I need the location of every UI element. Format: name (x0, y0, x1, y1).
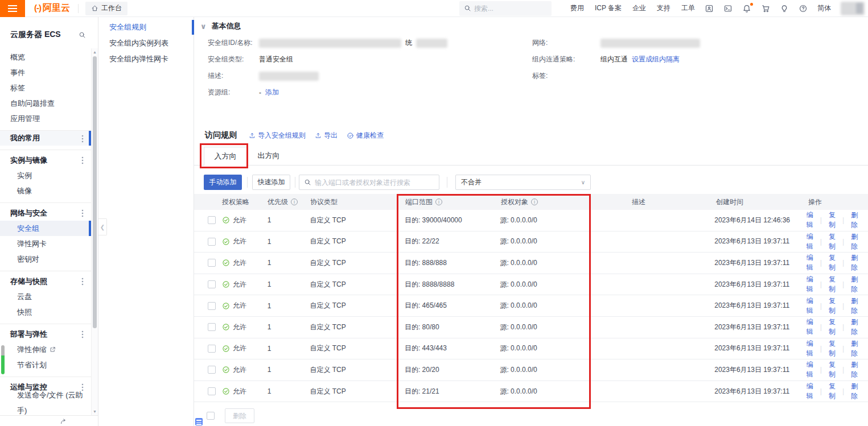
info-icon[interactable]: i (531, 198, 538, 205)
scroll-down-icon[interactable]: ▼ (92, 410, 98, 413)
rule-search-box[interactable] (299, 175, 439, 190)
scrollbar-thumb[interactable] (93, 56, 97, 328)
footer-checkbox[interactable] (207, 412, 215, 420)
sidebar-section-title[interactable]: 网络与安全 (0, 205, 92, 221)
more-dots-icon[interactable] (81, 209, 84, 217)
row-action-link[interactable]: 复制 (829, 339, 836, 358)
sidebar-section-title[interactable]: 部署与弹性 (0, 326, 92, 342)
aliyun-logo[interactable]: (-) 阿里云 (34, 2, 70, 14)
merge-select[interactable]: 不合并 ∨ (455, 175, 591, 190)
doc-widget-icon[interactable] (195, 418, 203, 425)
header-menu-item[interactable]: 工单 (681, 3, 695, 13)
tab-inbound[interactable]: 入方向 (204, 147, 247, 166)
sidebar-item[interactable]: 事件 (0, 65, 92, 80)
subnav-item[interactable]: 安全组内弹性网卡 (98, 51, 194, 67)
app-center-icon[interactable] (705, 4, 714, 13)
header-menu-item[interactable]: 支持 (657, 3, 670, 13)
row-action-link[interactable]: 编辑 (807, 360, 813, 379)
terminal-icon[interactable] (723, 4, 733, 13)
scroll-up-icon[interactable]: ▲ (92, 50, 98, 54)
batch-delete-button[interactable]: 删除 (225, 408, 254, 423)
row-checkbox[interactable] (208, 259, 216, 267)
cart-icon[interactable] (761, 4, 770, 13)
sidebar-item[interactable]: 概览 (0, 49, 92, 65)
manual-add-button[interactable]: 手动添加 (204, 175, 242, 190)
row-action-link[interactable]: 编辑 (807, 253, 813, 272)
row-action-link[interactable]: 复制 (829, 296, 836, 316)
subnav-item[interactable]: 安全组内实例列表 (98, 35, 194, 51)
quick-add-button[interactable]: 快速添加 (252, 175, 290, 190)
field-action-link[interactable]: 添加 (265, 88, 279, 97)
more-dots-icon[interactable] (81, 156, 84, 164)
sidebar-search-icon[interactable] (79, 31, 86, 39)
more-dots-icon[interactable] (81, 330, 84, 338)
row-action-link[interactable]: 删除 (851, 275, 858, 294)
row-checkbox[interactable] (208, 238, 216, 246)
rule-search-input[interactable] (315, 175, 437, 189)
row-action-link[interactable]: 复制 (829, 360, 836, 379)
sidebar-item[interactable]: 发送命令/文件 (云助手) (0, 395, 92, 410)
header-search[interactable] (459, 1, 552, 16)
import-rules-link[interactable]: 导入安全组规则 (249, 131, 306, 140)
forward-arrow-icon[interactable] (60, 417, 68, 425)
tab-outbound[interactable]: 出方向 (253, 147, 285, 166)
info-icon[interactable]: i (291, 198, 298, 205)
row-checkbox[interactable] (208, 280, 216, 288)
export-link[interactable]: 导出 (315, 131, 338, 140)
row-action-link[interactable]: 删除 (851, 253, 858, 272)
sidebar-item[interactable]: 标签 (0, 80, 92, 96)
row-action-link[interactable]: 复制 (829, 317, 836, 337)
sidebar-section-title[interactable]: 实例与镜像 (0, 152, 92, 168)
more-dots-icon[interactable] (81, 278, 84, 286)
collapse-chevron-icon[interactable]: ∨ (200, 22, 207, 31)
row-action-link[interactable]: 删除 (851, 360, 858, 379)
row-action-link[interactable]: 删除 (851, 317, 858, 337)
row-action-link[interactable]: 编辑 (807, 317, 813, 337)
sidebar-item-favorites[interactable]: 我的常用 (0, 131, 92, 146)
row-checkbox[interactable] (208, 302, 216, 310)
sidebar-item[interactable]: 自助问题排查 (0, 96, 92, 111)
row-checkbox[interactable] (208, 216, 216, 224)
row-checkbox[interactable] (208, 366, 216, 374)
row-action-link[interactable]: 复制 (829, 232, 836, 251)
sidebar-item[interactable]: 应用管理 (0, 111, 92, 126)
row-action-link[interactable]: 删除 (851, 232, 858, 251)
row-action-link[interactable]: 编辑 (807, 210, 813, 230)
field-action-link[interactable]: 设置成组内隔离 (632, 55, 680, 64)
row-action-link[interactable]: 编辑 (807, 382, 813, 401)
header-menu-item[interactable]: 企业 (632, 3, 646, 13)
help-icon[interactable] (799, 4, 808, 13)
row-checkbox[interactable] (208, 323, 216, 331)
bell-icon[interactable] (742, 4, 751, 13)
workbench-button[interactable]: 工作台 (85, 2, 127, 15)
sidebar-item[interactable]: 实例 (0, 168, 92, 183)
sidebar-scrollbar[interactable]: ▲ ▼ (91, 48, 98, 415)
more-dots-icon[interactable] (81, 135, 84, 143)
row-action-link[interactable]: 复制 (829, 210, 836, 230)
sidebar-item[interactable]: 密钥对 (0, 251, 92, 267)
row-action-link[interactable]: 复制 (829, 275, 836, 294)
subnav-item[interactable]: 安全组规则 (98, 19, 194, 35)
sidebar-item[interactable]: 云盘 (0, 289, 92, 304)
sidebar-item[interactable]: 安全组 (0, 221, 92, 236)
row-action-link[interactable]: 编辑 (807, 275, 813, 294)
avatar[interactable] (841, 2, 865, 15)
row-action-link[interactable]: 删除 (851, 382, 858, 401)
sidebar-section-title[interactable]: 存储与快照 (0, 274, 92, 289)
row-action-link[interactable]: 编辑 (807, 296, 813, 316)
row-action-link[interactable]: 删除 (851, 210, 858, 230)
language-switch[interactable]: 简体 (817, 3, 831, 13)
row-action-link[interactable]: 编辑 (807, 339, 813, 358)
header-search-input[interactable] (474, 1, 548, 16)
row-checkbox[interactable] (208, 387, 216, 395)
sidebar-item[interactable]: 节省计划 (0, 357, 92, 373)
row-checkbox[interactable] (208, 345, 216, 353)
row-action-link[interactable]: 复制 (829, 382, 836, 401)
hamburger-menu-icon[interactable] (0, 0, 25, 17)
sidebar-collapse-handle[interactable]: ❮ (98, 218, 107, 235)
row-action-link[interactable]: 删除 (851, 339, 858, 358)
header-menu-item[interactable]: ICP 备案 (595, 3, 622, 13)
row-action-link[interactable]: 删除 (851, 296, 858, 316)
sidebar-item[interactable]: 快照 (0, 304, 92, 320)
row-action-link[interactable]: 复制 (829, 253, 836, 272)
